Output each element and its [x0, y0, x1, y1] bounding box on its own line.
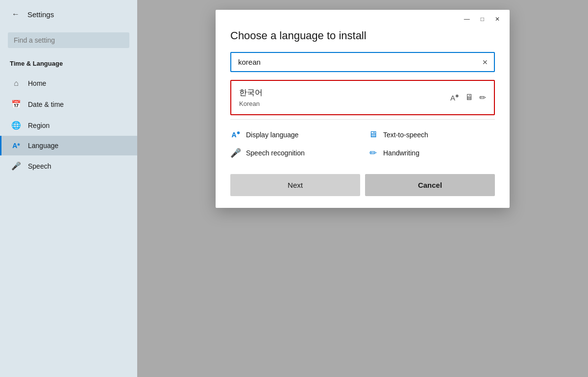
sidebar-item-region[interactable]: 🌐 Region — [0, 115, 137, 136]
sidebar-item-speech[interactable]: 🎤 Speech — [0, 155, 137, 176]
maximize-button[interactable]: □ — [476, 14, 489, 25]
dialog-title: Choose a language to install — [230, 29, 495, 42]
dialog-box: — □ ✕ Choose a language to install ✕ 한국어… — [216, 10, 510, 208]
language-native-name: 한국어 — [239, 88, 263, 98]
language-icon: A* — [11, 142, 21, 150]
language-result-item[interactable]: 한국어 Korean A✱ 🖥 ✏ — [230, 80, 495, 115]
speech-recognition-label: Speech recognition — [246, 149, 305, 157]
features-section: A✱ Display language 🖥 Text-to-speech 🎤 S… — [230, 119, 495, 166]
sidebar-item-home[interactable]: ⌂ Home — [0, 73, 137, 94]
sidebar-item-language[interactable]: A* Language — [0, 136, 137, 155]
sidebar-title: Settings — [27, 10, 54, 19]
handwriting-label: Handwriting — [383, 149, 419, 157]
sidebar-item-label: Date & time — [28, 101, 64, 108]
language-english-name: Korean — [239, 100, 263, 107]
sidebar: ← Settings Time & Language ⌂ Home 📅 Date… — [0, 0, 137, 377]
feature-text-to-speech: 🖥 Text-to-speech — [368, 129, 495, 140]
main-content: — □ ✕ Choose a language to install ✕ 한국어… — [137, 0, 588, 377]
home-icon: ⌂ — [11, 79, 21, 88]
text-to-speech-icon: 🖥 — [368, 129, 378, 140]
back-button[interactable]: ← — [10, 8, 22, 21]
date-time-icon: 📅 — [11, 100, 21, 109]
speech-recognition-icon: 🎤 — [230, 148, 241, 158]
dialog-titlebar: — □ ✕ — [216, 10, 510, 25]
minimize-button[interactable]: — — [459, 14, 475, 25]
region-icon: 🌐 — [11, 121, 21, 130]
feature-display-language: A✱ Display language — [230, 129, 358, 140]
speech-icon: 🎤 — [11, 161, 21, 171]
display-icon: 🖥 — [465, 93, 473, 102]
sidebar-header: ← Settings — [0, 0, 137, 28]
dialog-container: — □ ✕ Choose a language to install ✕ 한국어… — [137, 0, 588, 377]
display-language-label: Display language — [246, 131, 298, 139]
sidebar-item-label: Home — [28, 79, 46, 87]
language-feature-icons: A✱ 🖥 ✏ — [450, 93, 486, 103]
handwriting-feature-icon: ✏ — [368, 148, 378, 158]
nav-section-title: Time & Language — [0, 56, 137, 73]
features-grid: A✱ Display language 🖥 Text-to-speech 🎤 S… — [230, 129, 495, 158]
sidebar-item-label: Speech — [28, 162, 51, 170]
find-setting-input[interactable] — [8, 32, 129, 48]
feature-handwriting: ✏ Handwriting — [368, 148, 495, 158]
handwriting-icon: ✏ — [479, 93, 486, 103]
text-to-speech-label: Text-to-speech — [383, 131, 428, 139]
language-info: 한국어 Korean — [239, 88, 263, 107]
sidebar-item-label: Language — [28, 142, 58, 150]
display-language-icon: A✱ — [230, 131, 241, 139]
dialog-content: Choose a language to install ✕ 한국어 Korea… — [216, 25, 510, 166]
dialog-buttons: Next Cancel — [216, 166, 510, 208]
feature-speech-recognition: 🎤 Speech recognition — [230, 148, 358, 158]
close-button[interactable]: ✕ — [490, 14, 505, 25]
clear-search-button[interactable]: ✕ — [480, 56, 490, 68]
next-button[interactable]: Next — [230, 174, 360, 196]
font-icon: A✱ — [450, 94, 459, 102]
sidebar-item-label: Region — [28, 122, 49, 129]
language-search-input[interactable] — [230, 52, 495, 72]
search-container: ✕ — [230, 52, 495, 72]
cancel-button[interactable]: Cancel — [365, 174, 495, 196]
sidebar-item-date-time[interactable]: 📅 Date & time — [0, 94, 137, 115]
